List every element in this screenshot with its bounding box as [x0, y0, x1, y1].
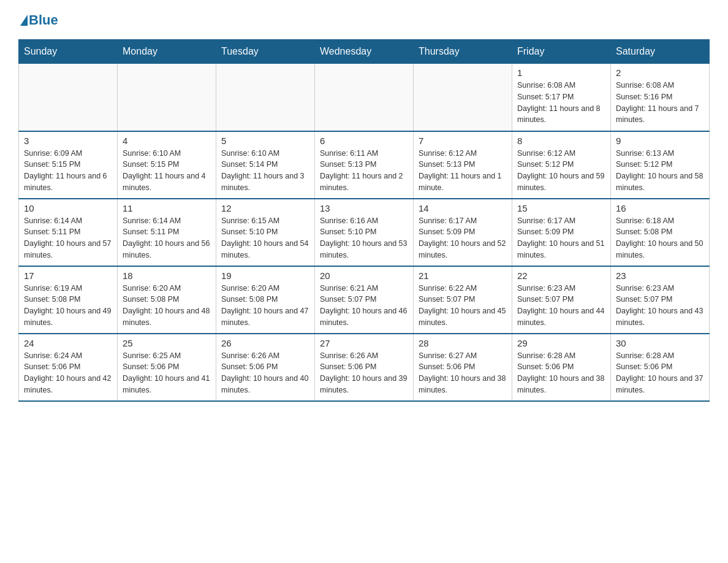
day-info: Sunrise: 6:27 AMSunset: 5:06 PMDaylight:… — [419, 350, 507, 396]
calendar-week-row: 17Sunrise: 6:19 AMSunset: 5:08 PMDayligh… — [19, 266, 710, 334]
day-info: Sunrise: 6:19 AMSunset: 5:08 PMDaylight:… — [24, 283, 112, 329]
calendar-cell: 23Sunrise: 6:23 AMSunset: 5:07 PMDayligh… — [611, 266, 710, 334]
calendar-cell — [216, 64, 315, 131]
day-info: Sunrise: 6:10 AMSunset: 5:15 PMDaylight:… — [123, 148, 211, 194]
day-number: 7 — [419, 136, 507, 146]
day-info: Sunrise: 6:10 AMSunset: 5:14 PMDaylight:… — [221, 148, 309, 194]
logo-blue-text: Blue — [29, 12, 58, 28]
calendar-cell: 6Sunrise: 6:11 AMSunset: 5:13 PMDaylight… — [315, 131, 414, 199]
day-number: 12 — [221, 203, 309, 213]
day-info: Sunrise: 6:14 AMSunset: 5:11 PMDaylight:… — [24, 215, 112, 261]
day-number: 19 — [221, 270, 309, 281]
day-number: 14 — [419, 203, 507, 213]
day-info: Sunrise: 6:26 AMSunset: 5:06 PMDaylight:… — [320, 350, 408, 396]
header-thursday: Thursday — [414, 40, 512, 64]
calendar-cell: 19Sunrise: 6:20 AMSunset: 5:08 PMDayligh… — [216, 266, 315, 334]
calendar-cell — [118, 64, 216, 131]
day-number: 27 — [320, 338, 408, 348]
day-info: Sunrise: 6:13 AMSunset: 5:12 PMDaylight:… — [616, 148, 704, 194]
calendar-week-row: 1Sunrise: 6:08 AMSunset: 5:17 PMDaylight… — [19, 64, 710, 131]
calendar-cell: 20Sunrise: 6:21 AMSunset: 5:07 PMDayligh… — [315, 266, 414, 334]
calendar-cell: 11Sunrise: 6:14 AMSunset: 5:11 PMDayligh… — [118, 199, 216, 266]
day-number: 5 — [221, 136, 309, 146]
day-info: Sunrise: 6:15 AMSunset: 5:10 PMDaylight:… — [221, 215, 309, 261]
day-info: Sunrise: 6:14 AMSunset: 5:11 PMDaylight:… — [123, 215, 211, 261]
header-tuesday: Tuesday — [216, 40, 315, 64]
calendar-header-row: SundayMondayTuesdayWednesdayThursdayFrid… — [19, 40, 710, 64]
day-number: 21 — [419, 270, 507, 281]
calendar-cell: 13Sunrise: 6:16 AMSunset: 5:10 PMDayligh… — [315, 199, 414, 266]
day-number: 18 — [123, 270, 211, 281]
calendar-cell: 7Sunrise: 6:12 AMSunset: 5:13 PMDaylight… — [414, 131, 512, 199]
day-number: 11 — [123, 203, 211, 213]
calendar-week-row: 24Sunrise: 6:24 AMSunset: 5:06 PMDayligh… — [19, 334, 710, 401]
header-friday: Friday — [512, 40, 611, 64]
day-info: Sunrise: 6:18 AMSunset: 5:08 PMDaylight:… — [616, 215, 704, 261]
day-number: 2 — [616, 67, 704, 78]
calendar-cell: 22Sunrise: 6:23 AMSunset: 5:07 PMDayligh… — [512, 266, 611, 334]
day-info: Sunrise: 6:08 AMSunset: 5:17 PMDaylight:… — [517, 80, 605, 126]
calendar-cell: 29Sunrise: 6:28 AMSunset: 5:06 PMDayligh… — [512, 334, 611, 401]
calendar-cell — [19, 64, 118, 131]
calendar-cell: 17Sunrise: 6:19 AMSunset: 5:08 PMDayligh… — [19, 266, 118, 334]
day-info: Sunrise: 6:25 AMSunset: 5:06 PMDaylight:… — [123, 350, 211, 396]
day-info: Sunrise: 6:12 AMSunset: 5:12 PMDaylight:… — [517, 148, 605, 194]
day-number: 1 — [517, 67, 605, 78]
header-sunday: Sunday — [19, 40, 118, 64]
logo: Blue — [18, 12, 58, 27]
day-number: 22 — [517, 270, 605, 281]
calendar-cell: 28Sunrise: 6:27 AMSunset: 5:06 PMDayligh… — [414, 334, 512, 401]
day-number: 25 — [123, 338, 211, 348]
day-number: 23 — [616, 270, 704, 281]
calendar-cell: 27Sunrise: 6:26 AMSunset: 5:06 PMDayligh… — [315, 334, 414, 401]
calendar-cell: 30Sunrise: 6:28 AMSunset: 5:06 PMDayligh… — [611, 334, 710, 401]
day-number: 15 — [517, 203, 605, 213]
calendar-cell — [414, 64, 512, 131]
day-number: 16 — [616, 203, 704, 213]
day-info: Sunrise: 6:16 AMSunset: 5:10 PMDaylight:… — [320, 215, 408, 261]
day-number: 8 — [517, 136, 605, 146]
calendar-cell: 25Sunrise: 6:25 AMSunset: 5:06 PMDayligh… — [118, 334, 216, 401]
day-info: Sunrise: 6:28 AMSunset: 5:06 PMDaylight:… — [616, 350, 704, 396]
day-number: 29 — [517, 338, 605, 348]
calendar-cell: 21Sunrise: 6:22 AMSunset: 5:07 PMDayligh… — [414, 266, 512, 334]
day-number: 6 — [320, 136, 408, 146]
day-number: 24 — [24, 338, 112, 348]
day-number: 13 — [320, 203, 408, 213]
day-info: Sunrise: 6:20 AMSunset: 5:08 PMDaylight:… — [221, 283, 309, 329]
day-info: Sunrise: 6:20 AMSunset: 5:08 PMDaylight:… — [123, 283, 211, 329]
day-info: Sunrise: 6:09 AMSunset: 5:15 PMDaylight:… — [24, 148, 112, 194]
day-info: Sunrise: 6:23 AMSunset: 5:07 PMDaylight:… — [616, 283, 704, 329]
header-saturday: Saturday — [611, 40, 710, 64]
calendar-cell: 2Sunrise: 6:08 AMSunset: 5:16 PMDaylight… — [611, 64, 710, 131]
day-info: Sunrise: 6:28 AMSunset: 5:06 PMDaylight:… — [517, 350, 605, 396]
day-info: Sunrise: 6:08 AMSunset: 5:16 PMDaylight:… — [616, 80, 704, 126]
day-info: Sunrise: 6:17 AMSunset: 5:09 PMDaylight:… — [419, 215, 507, 261]
calendar-cell: 16Sunrise: 6:18 AMSunset: 5:08 PMDayligh… — [611, 199, 710, 266]
calendar-cell: 1Sunrise: 6:08 AMSunset: 5:17 PMDaylight… — [512, 64, 611, 131]
logo-triangle-icon — [20, 15, 28, 26]
day-info: Sunrise: 6:12 AMSunset: 5:13 PMDaylight:… — [419, 148, 507, 194]
day-number: 4 — [123, 136, 211, 146]
calendar-cell: 8Sunrise: 6:12 AMSunset: 5:12 PMDaylight… — [512, 131, 611, 199]
header-monday: Monday — [118, 40, 216, 64]
day-number: 28 — [419, 338, 507, 348]
calendar-week-row: 10Sunrise: 6:14 AMSunset: 5:11 PMDayligh… — [19, 199, 710, 266]
calendar-cell: 3Sunrise: 6:09 AMSunset: 5:15 PMDaylight… — [19, 131, 118, 199]
day-info: Sunrise: 6:23 AMSunset: 5:07 PMDaylight:… — [517, 283, 605, 329]
calendar-cell: 14Sunrise: 6:17 AMSunset: 5:09 PMDayligh… — [414, 199, 512, 266]
day-number: 3 — [24, 136, 112, 146]
day-number: 17 — [24, 270, 112, 281]
calendar-cell: 5Sunrise: 6:10 AMSunset: 5:14 PMDaylight… — [216, 131, 315, 199]
calendar-cell: 12Sunrise: 6:15 AMSunset: 5:10 PMDayligh… — [216, 199, 315, 266]
day-number: 9 — [616, 136, 704, 146]
calendar-table: SundayMondayTuesdayWednesdayThursdayFrid… — [18, 39, 710, 402]
calendar-cell: 9Sunrise: 6:13 AMSunset: 5:12 PMDaylight… — [611, 131, 710, 199]
calendar-cell: 18Sunrise: 6:20 AMSunset: 5:08 PMDayligh… — [118, 266, 216, 334]
header-wednesday: Wednesday — [315, 40, 414, 64]
day-info: Sunrise: 6:22 AMSunset: 5:07 PMDaylight:… — [419, 283, 507, 329]
day-number: 26 — [221, 338, 309, 348]
day-number: 20 — [320, 270, 408, 281]
day-info: Sunrise: 6:26 AMSunset: 5:06 PMDaylight:… — [221, 350, 309, 396]
calendar-cell: 10Sunrise: 6:14 AMSunset: 5:11 PMDayligh… — [19, 199, 118, 266]
